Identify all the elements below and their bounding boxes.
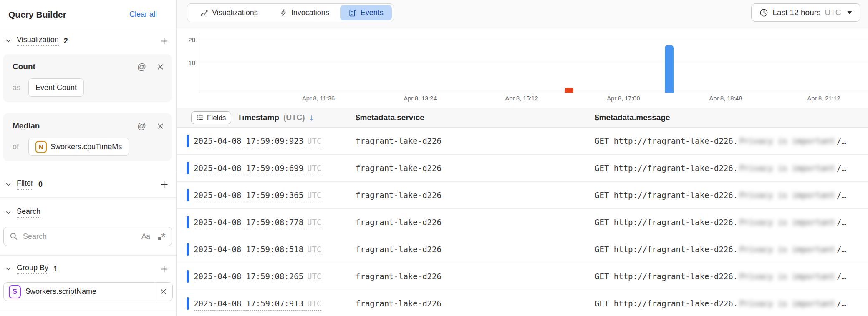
message-cell: GET http://fragrant-lake-d226.Privacy is… <box>595 299 846 308</box>
section-divider <box>0 197 176 198</box>
chart-bar-red[interactable] <box>565 88 573 93</box>
group-by-count: 1 <box>53 265 58 273</box>
match-case-icon[interactable]: Aa <box>141 232 150 241</box>
message-cell: GET http://fragrant-lake-d226.Privacy is… <box>595 218 846 227</box>
table-row[interactable]: 2025-04-08 17:59:08:265UTC fragrant-lake… <box>177 263 868 290</box>
events-table-body: 2025-04-08 17:59:09:923UTC fragrant-lake… <box>177 128 868 316</box>
section-divider <box>0 311 176 311</box>
events-histogram-chart: 20 10 Apr 8, 11:36 Apr 8, 13:24 Apr 8, 1… <box>177 29 868 108</box>
chevron-down-icon[interactable] <box>5 209 12 216</box>
timestamp-value: 2025-04-08 17:59:07:913 <box>194 299 303 308</box>
regex-dot <box>158 237 161 240</box>
search-input[interactable] <box>22 232 141 241</box>
y-tick-label: 10 <box>177 59 195 66</box>
column-header-message[interactable]: $metadata.message <box>595 108 670 127</box>
add-group-by-button[interactable] <box>160 265 169 273</box>
column-header-service[interactable]: $metadata.service <box>356 108 424 127</box>
timestamp-value: 2025-04-08 17:59:09:365 <box>194 191 303 200</box>
time-range-zone: UTC <box>825 8 841 17</box>
tab-visualizations[interactable]: Visualizations <box>189 5 269 20</box>
row-indicator-bar <box>187 135 189 147</box>
add-visualization-button[interactable] <box>160 37 169 45</box>
time-range-selector[interactable]: Last 12 hours UTC <box>751 3 860 22</box>
table-row[interactable]: 2025-04-08 17:59:07:913UTC fragrant-lake… <box>177 290 868 316</box>
remove-group-by-icon[interactable] <box>154 288 172 295</box>
column-unit: (UTC) <box>283 113 305 122</box>
events-note-icon <box>348 9 357 17</box>
message-redacted: Privacy is important <box>739 163 835 173</box>
tab-label: Invocations <box>291 8 329 17</box>
message-cell: GET http://fragrant-lake-d226.Privacy is… <box>595 136 846 145</box>
add-filter-button[interactable] <box>160 180 169 189</box>
regex-icon[interactable]: * <box>158 231 166 241</box>
card-prefix: of <box>13 143 24 151</box>
at-sign-icon[interactable]: @ <box>137 62 146 72</box>
remove-card-icon[interactable] <box>157 63 164 70</box>
card-prefix: as <box>13 83 24 92</box>
message-redacted: Privacy is important <box>739 272 835 281</box>
x-tick-label: Apr 8, 13:24 <box>395 95 445 102</box>
clock-icon <box>760 8 768 17</box>
timestamp-cell[interactable]: 2025-04-08 17:59:09:365UTC <box>194 191 321 200</box>
message-prefix: GET http://fragrant-lake-d226. <box>595 163 738 173</box>
grid-line-10 <box>199 63 868 63</box>
timestamp-cell[interactable]: 2025-04-08 17:59:07:913UTC <box>194 299 321 308</box>
message-suffix: /… <box>837 163 846 173</box>
events-table-header: Fields Timestamp (UTC) ↓ $metadata.servi… <box>177 108 868 128</box>
message-redacted: Privacy is important <box>739 218 835 227</box>
lightning-icon <box>280 9 288 17</box>
timestamp-tz: UTC <box>307 191 321 200</box>
event-count-chip[interactable]: Event Count <box>28 78 84 97</box>
chevron-down-icon[interactable] <box>5 266 12 272</box>
tab-invocations[interactable]: Invocations <box>269 5 340 20</box>
timestamp-tz: UTC <box>307 272 321 281</box>
visualization-count: 2 <box>64 37 68 45</box>
message-prefix: GET http://fragrant-lake-d226. <box>595 245 738 254</box>
y-tick-label: 20 <box>177 36 195 43</box>
timestamp-tz: UTC <box>307 163 321 173</box>
results-panel: Visualizations Invocations Events Last 1… <box>177 0 868 316</box>
message-prefix: GET http://fragrant-lake-d226. <box>595 136 738 145</box>
service-cell: fragrant-lake-d226 <box>356 299 442 308</box>
message-cell: GET http://fragrant-lake-d226.Privacy is… <box>595 191 846 200</box>
chevron-down-icon[interactable] <box>5 38 12 44</box>
column-header-timestamp[interactable]: Timestamp (UTC) ↓ <box>237 108 313 127</box>
results-topbar: Visualizations Invocations Events Last 1… <box>177 0 868 29</box>
timestamp-cell[interactable]: 2025-04-08 17:59:09:923UTC <box>194 136 321 145</box>
card-title: Count <box>13 62 35 71</box>
row-indicator-bar <box>187 189 189 201</box>
table-row[interactable]: 2025-04-08 17:59:08:778UTC fragrant-lake… <box>177 209 868 236</box>
table-row[interactable]: 2025-04-08 17:59:09:699UTC fragrant-lake… <box>177 155 868 182</box>
visualization-section-header: Visualization 2 <box>0 33 176 49</box>
chevron-down-icon[interactable] <box>5 181 12 188</box>
tab-label: Events <box>361 8 384 17</box>
fields-button-label: Fields <box>207 114 226 122</box>
search-box: Aa * <box>3 227 172 246</box>
service-cell: fragrant-lake-d226 <box>356 136 442 145</box>
timestamp-tz: UTC <box>307 299 321 308</box>
table-row[interactable]: 2025-04-08 17:59:09:923UTC fragrant-lake… <box>177 128 868 155</box>
x-axis-line <box>199 93 868 93</box>
cpu-time-field-chip[interactable]: N $workers.cpuTimeMs <box>28 138 129 156</box>
view-tab-group: Visualizations Invocations Events <box>187 3 394 22</box>
timestamp-cell[interactable]: 2025-04-08 17:59:08:518UTC <box>194 245 321 254</box>
clear-all-link[interactable]: Clear all <box>129 10 157 19</box>
table-row[interactable]: 2025-04-08 17:59:09:365UTC fragrant-lake… <box>177 182 868 209</box>
at-sign-icon[interactable]: @ <box>137 121 146 131</box>
column-label: $metadata.service <box>356 113 424 122</box>
timestamp-cell[interactable]: 2025-04-08 17:59:08:265UTC <box>194 272 321 281</box>
chart-bar-blue[interactable] <box>665 45 674 93</box>
group-by-field-chip[interactable]: S $workers.scriptName <box>3 282 173 301</box>
timestamp-cell[interactable]: 2025-04-08 17:59:09:699UTC <box>194 163 321 173</box>
time-range-label: Last 12 hours <box>772 8 820 17</box>
visualization-card-median: Median @ of N $workers.cpuTimeMs <box>3 113 172 161</box>
fields-button[interactable]: Fields <box>191 111 231 124</box>
timestamp-cell[interactable]: 2025-04-08 17:59:08:778UTC <box>194 218 321 227</box>
number-type-badge: N <box>35 141 47 153</box>
tab-events[interactable]: Events <box>340 5 392 20</box>
sort-desc-icon[interactable]: ↓ <box>309 113 314 123</box>
remove-card-icon[interactable] <box>157 123 164 130</box>
regex-star: * <box>161 233 166 241</box>
message-prefix: GET http://fragrant-lake-d226. <box>595 299 738 308</box>
table-row[interactable]: 2025-04-08 17:59:08:518UTC fragrant-lake… <box>177 236 868 263</box>
